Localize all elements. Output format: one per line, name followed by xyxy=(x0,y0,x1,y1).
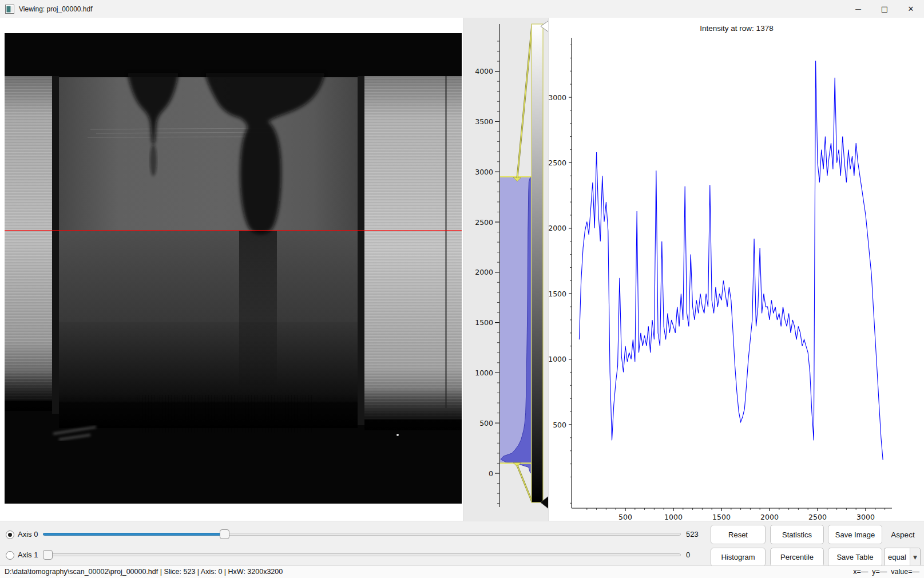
svg-text:2500: 2500 xyxy=(475,218,493,227)
window-title: Viewing: proj_00000.hdf xyxy=(19,5,93,13)
lut-histogram-widget[interactable]: 05001000150020002500300035004000 xyxy=(464,18,549,521)
svg-text:1000: 1000 xyxy=(475,369,493,377)
axis0-slider-filled[interactable] xyxy=(43,533,226,536)
plot-title: Intensity at row: 1378 xyxy=(549,24,924,33)
projection-image[interactable] xyxy=(5,33,462,504)
histogram-button[interactable]: Histogram xyxy=(711,548,766,567)
aspect-dropdown[interactable]: equal ▼ xyxy=(884,548,921,567)
intensity-plot-panel[interactable]: Intensity at row: 1378 50010001500200025… xyxy=(548,18,924,521)
status-file-info: D:\data\tomography\scan_00002\proj_00000… xyxy=(5,568,283,576)
lut-histogram-panel[interactable]: 05001000150020002500300035004000 xyxy=(463,18,548,521)
axis0-slider-handle[interactable] xyxy=(220,529,229,539)
statistics-button[interactable]: Statistics xyxy=(770,525,824,544)
axis1-slider-track[interactable] xyxy=(43,553,681,556)
intensity-trace xyxy=(579,61,883,460)
svg-text:4000: 4000 xyxy=(475,67,493,76)
row-marker-line xyxy=(5,230,462,231)
intensity-plot[interactable]: 5001000150020002500300050010001500200025… xyxy=(549,18,924,521)
save-table-button[interactable]: Save Table xyxy=(828,548,882,567)
svg-text:3000: 3000 xyxy=(856,513,875,521)
svg-text:2500: 2500 xyxy=(808,513,827,521)
axis1-radio[interactable] xyxy=(6,551,14,560)
svg-text:3000: 3000 xyxy=(549,93,566,102)
svg-text:2000: 2000 xyxy=(760,513,779,521)
projection-image-panel[interactable] xyxy=(0,18,463,521)
slice-controls: Axis 0 523 Axis 1 0 Reset Statistics Sav… xyxy=(0,521,924,566)
svg-text:500: 500 xyxy=(479,419,493,427)
hdf-viewer-window: { "window": { "title": "Viewing: proj_00… xyxy=(0,0,924,578)
aspect-dropdown-value: equal xyxy=(885,548,910,566)
svg-text:3000: 3000 xyxy=(475,168,493,176)
axis0-slider-track[interactable] xyxy=(226,533,681,536)
close-icon[interactable]: ✕ xyxy=(898,0,924,18)
status-cursor-info: x=— y=— value=— xyxy=(853,568,919,576)
svg-text:500: 500 xyxy=(618,513,632,521)
maximize-icon[interactable]: □ xyxy=(871,0,898,18)
status-bar: D:\data\tomography\scan_00002\proj_00000… xyxy=(0,565,924,578)
svg-text:1000: 1000 xyxy=(664,513,683,521)
svg-text:1500: 1500 xyxy=(712,513,731,521)
svg-text:1000: 1000 xyxy=(549,355,566,363)
chevron-down-icon[interactable]: ▼ xyxy=(910,548,920,566)
svg-text:1500: 1500 xyxy=(549,290,566,298)
svg-text:3500: 3500 xyxy=(475,117,493,126)
axis1-label: Axis 1 xyxy=(18,551,38,559)
svg-text:500: 500 xyxy=(553,421,566,429)
axis0-label: Axis 0 xyxy=(18,530,38,539)
svg-text:2000: 2000 xyxy=(549,224,566,232)
aspect-label: Aspect xyxy=(886,525,920,544)
svg-text:2500: 2500 xyxy=(549,159,566,167)
axis1-value: 0 xyxy=(686,551,690,559)
axis0-radio[interactable] xyxy=(6,531,14,539)
percentile-button[interactable]: Percentile xyxy=(770,548,824,567)
title-bar[interactable]: Viewing: proj_00000.hdf — □ ✕ xyxy=(0,0,924,18)
svg-text:2000: 2000 xyxy=(475,268,493,276)
axis0-value: 523 xyxy=(686,530,699,539)
reset-button[interactable]: Reset xyxy=(711,525,766,544)
svg-text:1500: 1500 xyxy=(475,318,493,327)
app-icon xyxy=(5,5,14,14)
svg-text:0: 0 xyxy=(489,469,493,478)
lut-gradient-bar[interactable] xyxy=(532,24,543,502)
axis1-slider-handle[interactable] xyxy=(43,550,53,560)
minimize-icon[interactable]: — xyxy=(845,0,871,18)
save-image-button[interactable]: Save Image xyxy=(828,525,882,544)
